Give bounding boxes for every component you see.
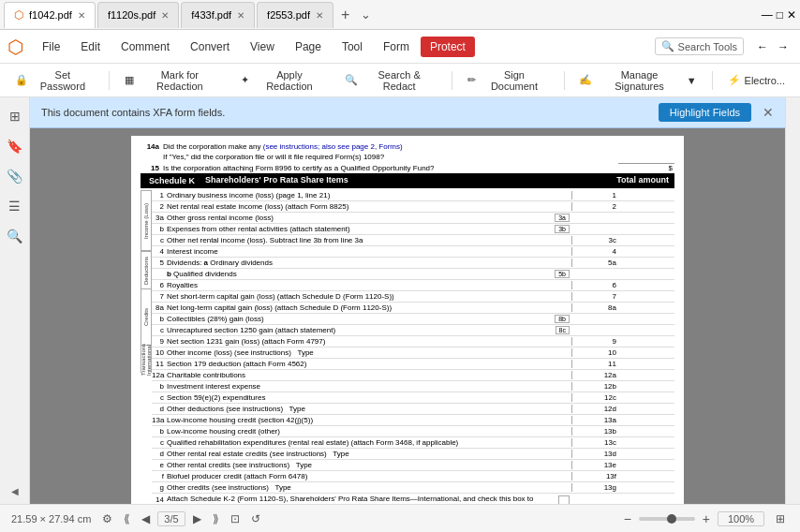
page-rotate-button[interactable]: ↺ <box>247 510 264 527</box>
tab-label: f2553.pdf <box>267 9 310 21</box>
page-fit-button[interactable]: ⊡ <box>227 510 244 527</box>
checkbox-14[interactable] <box>558 495 570 504</box>
table-row: 5 Dividends: a Ordinary dividends 5a <box>152 258 674 269</box>
table-row: d Other deductions (see instructions) Ty… <box>152 404 674 415</box>
search-icon: 🔍 <box>661 40 674 52</box>
set-password-button[interactable]: 🔒 Set Password <box>7 66 101 96</box>
search-tools[interactable]: 🔍 Search Tools <box>655 37 744 55</box>
sidebar-icon-search[interactable]: 🔍 <box>4 225 26 247</box>
page-prev-prev-button[interactable]: ⟪ <box>120 510 134 527</box>
table-row: 12a Charitable contributions 12a <box>152 370 674 381</box>
table-row: b Investment interest expense 12b <box>152 381 674 392</box>
menu-file[interactable]: File <box>33 37 69 57</box>
left-sidebar: ⊞ 🔖 📎 ☰ 🔍 ◀ <box>0 97 30 504</box>
zoom-slider[interactable] <box>639 517 695 521</box>
credits-section-label: Credits <box>141 288 152 345</box>
page-next-next-button[interactable]: ⟫ <box>209 510 223 527</box>
table-row: e Other rental credits (see instructions… <box>152 460 674 471</box>
close-button[interactable]: ✕ <box>787 8 796 22</box>
menu-tool[interactable]: Tool <box>333 37 372 57</box>
table-row: 10 Other income (loss) (see instructions… <box>152 347 674 359</box>
main-layout: ⊞ 🔖 📎 ☰ 🔍 ◀ This document contains XFA f… <box>0 97 800 504</box>
table-row: b Collectibles (28%) gain (loss) 8b <box>152 314 674 325</box>
tab-f1042[interactable]: ⬡ f1042.pdf ✕ <box>4 2 96 28</box>
electronic-button[interactable]: ⚡ Electro... <box>720 70 793 90</box>
tab-f433f[interactable]: f433f.pdf ✕ <box>181 2 255 28</box>
add-tab-button[interactable]: + <box>335 7 355 23</box>
tab-f2553[interactable]: f2553.pdf ✕ <box>257 2 333 28</box>
toolbar-separator-4 <box>712 71 713 90</box>
document-area: This document contains XFA form fields. … <box>30 97 785 504</box>
table-row: 1 Ordinary business income (loss) (page … <box>152 190 674 201</box>
sidebar-icon-layers[interactable]: ☰ <box>4 195 26 217</box>
tab-label: f433f.pdf <box>191 9 231 21</box>
sidebar-collapse-arrow[interactable]: ◀ <box>11 486 19 496</box>
xfa-banner-close-button[interactable]: ✕ <box>763 105 774 120</box>
mark-redaction-button[interactable]: ▦ Mark for Redaction <box>117 66 230 96</box>
row-15-text: Is the corporation attaching Form 8996 t… <box>163 164 615 172</box>
menu-comment[interactable]: Comment <box>111 37 179 57</box>
tab-f1120s[interactable]: f1120s.pdf ✕ <box>97 2 179 28</box>
sign-icon: ✏ <box>467 74 476 86</box>
sidebar-icon-pages[interactable]: ⊞ <box>4 105 26 127</box>
toolbar-separator-3 <box>564 71 565 90</box>
fit-page-button[interactable]: ⊞ <box>772 510 789 527</box>
apply-redaction-button[interactable]: ✦ Apply Redaction <box>233 66 333 96</box>
row-14a-text: Did the corporation make any (see instru… <box>163 142 615 151</box>
menu-view[interactable]: View <box>241 37 284 57</box>
highlight-fields-button[interactable]: Highlight Fields <box>659 103 751 122</box>
menu-edit[interactable]: Edit <box>71 37 110 57</box>
table-row: b Low-income housing credit (other) 13b <box>152 426 674 437</box>
table-row: 11 Section 179 deduction (attach Form 45… <box>152 359 674 370</box>
toolbar-separator-2 <box>452 71 452 90</box>
tab-icon: ⬡ <box>14 8 23 22</box>
table-row: c Other net rental income (loss). Subtra… <box>152 235 674 246</box>
xfa-banner-text: This document contains XFA form fields. <box>41 107 659 118</box>
sidebar-icon-bookmarks[interactable]: 🔖 <box>4 135 26 157</box>
tab-label: f1120s.pdf <box>108 9 156 21</box>
page-next-button[interactable]: ▶ <box>189 510 205 527</box>
intl-section-label: International Transactions <box>141 345 152 373</box>
zoom-level-display[interactable]: 100% <box>718 511 764 526</box>
title-bar: ⬡ f1042.pdf ✕ f1120s.pdf ✕ f433f.pdf ✕ f… <box>0 0 800 30</box>
tab-close[interactable]: ✕ <box>78 10 85 21</box>
pdf-page: 14a Did the corporation make any (see in… <box>131 136 684 504</box>
lock-icon: 🔒 <box>15 74 28 86</box>
search-redact-icon: 🔍 <box>345 74 358 86</box>
sign-document-button[interactable]: ✏ Sign Document <box>460 66 556 96</box>
section-labels: Income (Loss) Deductions Credits Interna… <box>141 190 152 504</box>
table-row: 4 Interest income 4 <box>152 246 674 258</box>
table-row: 3a Other gross rental income (loss) 3a <box>152 213 674 224</box>
maximize-button[interactable]: □ <box>777 8 783 22</box>
page-dimensions: 21.59 × 27.94 cm <box>11 513 91 525</box>
pdf-table-area: Income (Loss) Deductions Credits Interna… <box>141 190 674 504</box>
search-redact-button[interactable]: 🔍 Search & Redact <box>337 66 445 96</box>
tab-close[interactable]: ✕ <box>237 10 244 21</box>
toolbar-separator <box>109 71 110 90</box>
page-tools-button[interactable]: ⚙ <box>98 510 116 527</box>
row-15-num: 15 <box>141 164 159 172</box>
tab-close[interactable]: ✕ <box>316 10 323 21</box>
manage-signatures-button[interactable]: ✍ Manage Signatures ▼ <box>571 66 704 96</box>
sidebar-icon-attachments[interactable]: 📎 <box>4 165 26 187</box>
table-row: b Expenses from other rental activities … <box>152 224 674 235</box>
table-row: 8a Net long-term capital gain (loss) (at… <box>152 303 674 314</box>
pdf-rows: 1 Ordinary business income (loss) (page … <box>152 190 674 504</box>
zoom-in-button[interactable]: + <box>703 511 710 526</box>
nav-back-button[interactable]: ← <box>753 38 772 55</box>
table-row: c Section 59(e)(2) expenditures 12c <box>152 392 674 404</box>
zoom-out-button[interactable]: − <box>624 511 631 526</box>
row-14a-num: 14a <box>141 142 159 151</box>
income-section-label: Income (Loss) <box>141 190 152 251</box>
tab-overflow-button[interactable]: ⌄ <box>357 7 375 22</box>
tab-close[interactable]: ✕ <box>161 10 169 21</box>
zoom-controls: − + 100% ⊞ <box>624 510 789 527</box>
menu-page[interactable]: Page <box>286 37 331 57</box>
menu-form[interactable]: Form <box>374 37 419 57</box>
nav-forward-button[interactable]: → <box>774 38 793 55</box>
minimize-button[interactable]: — <box>762 8 773 22</box>
menu-bar: ⬡ File Edit Comment Convert View Page To… <box>0 30 800 64</box>
page-prev-button[interactable]: ◀ <box>138 510 154 527</box>
menu-protect[interactable]: Protect <box>421 37 475 57</box>
menu-convert[interactable]: Convert <box>181 37 239 57</box>
